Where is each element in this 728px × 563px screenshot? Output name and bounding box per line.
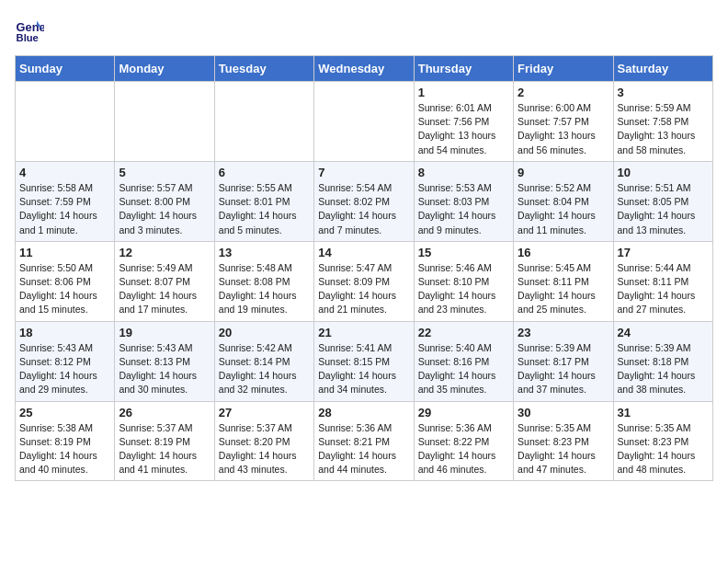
day-info-line: Sunset: 8:01 PM bbox=[219, 195, 310, 209]
calendar-cell: 12Sunrise: 5:49 AMSunset: 8:07 PMDayligh… bbox=[115, 241, 214, 321]
day-info-line: and 47 minutes. bbox=[518, 463, 609, 477]
day-number: 30 bbox=[518, 406, 609, 419]
day-info-line: Sunrise: 5:49 AM bbox=[119, 261, 210, 275]
calendar-cell: 22Sunrise: 5:40 AMSunset: 8:16 PMDayligh… bbox=[414, 321, 513, 401]
calendar-cell: 17Sunrise: 5:44 AMSunset: 8:11 PMDayligh… bbox=[613, 241, 712, 321]
day-info-line: and 17 minutes. bbox=[119, 303, 210, 316]
calendar-cell: 7Sunrise: 5:54 AMSunset: 8:02 PMDaylight… bbox=[314, 161, 414, 241]
day-number: 14 bbox=[318, 246, 409, 259]
day-info: Sunrise: 5:52 AMSunset: 8:04 PMDaylight:… bbox=[518, 181, 609, 237]
calendar-week-1: 1Sunrise: 6:01 AMSunset: 7:56 PMDaylight… bbox=[16, 82, 713, 162]
day-info-line: Daylight: 14 hours bbox=[418, 209, 509, 223]
day-info-line: Sunset: 8:00 PM bbox=[119, 195, 210, 209]
day-info-line: Sunset: 8:03 PM bbox=[418, 195, 509, 209]
day-info-line: Daylight: 14 hours bbox=[219, 369, 310, 383]
day-number: 5 bbox=[119, 166, 210, 179]
day-info-line: Sunset: 8:07 PM bbox=[119, 275, 210, 289]
day-number: 3 bbox=[618, 86, 709, 99]
day-info: Sunrise: 5:58 AMSunset: 7:59 PMDaylight:… bbox=[19, 181, 110, 237]
calendar-body: 1Sunrise: 6:01 AMSunset: 7:56 PMDaylight… bbox=[16, 82, 713, 481]
calendar-table: SundayMondayTuesdayWednesdayThursdayFrid… bbox=[15, 55, 713, 481]
calendar-cell: 15Sunrise: 5:46 AMSunset: 8:10 PMDayligh… bbox=[414, 241, 513, 321]
day-number: 1 bbox=[418, 86, 509, 99]
day-info-line: and 27 minutes. bbox=[618, 303, 709, 316]
day-info: Sunrise: 5:49 AMSunset: 8:07 PMDaylight:… bbox=[119, 261, 210, 317]
day-info-line: and 41 minutes. bbox=[119, 463, 210, 477]
day-info-line: Sunset: 7:59 PM bbox=[19, 195, 110, 209]
day-number: 10 bbox=[618, 166, 709, 179]
day-info: Sunrise: 6:01 AMSunset: 7:56 PMDaylight:… bbox=[418, 101, 509, 157]
day-info-line: Daylight: 13 hours bbox=[618, 129, 709, 143]
day-info-line: Daylight: 14 hours bbox=[219, 449, 310, 463]
day-info-line: Sunrise: 5:37 AM bbox=[119, 421, 210, 435]
day-info-line: Sunset: 8:04 PM bbox=[518, 195, 609, 209]
day-info-line: and 35 minutes. bbox=[418, 383, 509, 396]
day-info: Sunrise: 5:54 AMSunset: 8:02 PMDaylight:… bbox=[318, 181, 409, 237]
day-info-line: Sunset: 8:08 PM bbox=[219, 275, 310, 289]
day-info-line: and 19 minutes. bbox=[219, 303, 310, 316]
day-number: 18 bbox=[19, 326, 110, 339]
day-info-line: Sunrise: 6:00 AM bbox=[518, 101, 609, 115]
day-info-line: Sunset: 8:06 PM bbox=[19, 275, 110, 289]
day-number: 22 bbox=[418, 326, 509, 339]
day-info: Sunrise: 5:48 AMSunset: 8:08 PMDaylight:… bbox=[219, 261, 310, 317]
day-info-line: Sunrise: 5:44 AM bbox=[618, 261, 709, 275]
day-number: 19 bbox=[119, 326, 210, 339]
day-info-line: and 43 minutes. bbox=[219, 463, 310, 477]
day-info-line: Daylight: 14 hours bbox=[518, 369, 609, 383]
day-info-line: Sunset: 8:09 PM bbox=[318, 275, 409, 289]
day-info-line: Sunrise: 5:46 AM bbox=[418, 261, 509, 275]
day-info: Sunrise: 6:00 AMSunset: 7:57 PMDaylight:… bbox=[518, 101, 609, 157]
day-info: Sunrise: 5:43 AMSunset: 8:13 PMDaylight:… bbox=[119, 341, 210, 397]
calendar-cell: 2Sunrise: 6:00 AMSunset: 7:57 PMDaylight… bbox=[514, 82, 613, 162]
day-info-line: Sunset: 8:21 PM bbox=[318, 435, 409, 449]
day-info-line: Sunset: 8:19 PM bbox=[19, 435, 110, 449]
day-info-line: Daylight: 14 hours bbox=[19, 209, 110, 223]
calendar-cell: 11Sunrise: 5:50 AMSunset: 8:06 PMDayligh… bbox=[16, 241, 115, 321]
page-header: General Blue bbox=[15, 15, 713, 44]
day-info: Sunrise: 5:51 AMSunset: 8:05 PMDaylight:… bbox=[618, 181, 709, 237]
day-number: 25 bbox=[19, 406, 110, 419]
day-info-line: Sunrise: 5:38 AM bbox=[19, 421, 110, 435]
day-info-line: Sunrise: 5:54 AM bbox=[318, 181, 409, 195]
day-number: 11 bbox=[19, 246, 110, 259]
day-info-line: Sunset: 8:22 PM bbox=[418, 435, 509, 449]
day-info-line: Sunrise: 5:43 AM bbox=[119, 341, 210, 355]
day-info-line: Daylight: 14 hours bbox=[119, 209, 210, 223]
day-info-line: Sunrise: 5:41 AM bbox=[318, 341, 409, 355]
day-number: 2 bbox=[518, 86, 609, 99]
day-info-line: Sunrise: 5:51 AM bbox=[618, 181, 709, 195]
day-info: Sunrise: 5:46 AMSunset: 8:10 PMDaylight:… bbox=[418, 261, 509, 317]
calendar-cell: 31Sunrise: 5:35 AMSunset: 8:23 PMDayligh… bbox=[613, 401, 712, 481]
day-number: 26 bbox=[119, 406, 210, 419]
day-info-line: Daylight: 14 hours bbox=[318, 449, 409, 463]
day-info-line: Sunrise: 5:57 AM bbox=[119, 181, 210, 195]
day-number: 28 bbox=[318, 406, 409, 419]
day-info: Sunrise: 5:35 AMSunset: 8:23 PMDaylight:… bbox=[518, 421, 609, 477]
day-info-line: Daylight: 13 hours bbox=[518, 129, 609, 143]
day-info-line: and 29 minutes. bbox=[19, 383, 110, 396]
day-number: 7 bbox=[318, 166, 409, 179]
day-info: Sunrise: 5:37 AMSunset: 8:20 PMDaylight:… bbox=[219, 421, 310, 477]
day-info: Sunrise: 5:55 AMSunset: 8:01 PMDaylight:… bbox=[219, 181, 310, 237]
day-info-line: Daylight: 14 hours bbox=[418, 289, 509, 303]
day-info-line: Daylight: 14 hours bbox=[518, 209, 609, 223]
day-info: Sunrise: 5:42 AMSunset: 8:14 PMDaylight:… bbox=[219, 341, 310, 397]
calendar-week-4: 18Sunrise: 5:43 AMSunset: 8:12 PMDayligh… bbox=[16, 321, 713, 401]
day-number: 27 bbox=[219, 406, 310, 419]
day-number: 17 bbox=[618, 246, 709, 259]
day-info-line: and 25 minutes. bbox=[518, 303, 609, 316]
day-info-line: Sunrise: 5:47 AM bbox=[318, 261, 409, 275]
day-info-line: Sunset: 8:12 PM bbox=[19, 355, 110, 369]
calendar-header-row: SundayMondayTuesdayWednesdayThursdayFrid… bbox=[16, 56, 713, 82]
calendar-cell: 21Sunrise: 5:41 AMSunset: 8:15 PMDayligh… bbox=[314, 321, 414, 401]
calendar-cell bbox=[214, 82, 313, 162]
day-info-line: Daylight: 14 hours bbox=[618, 209, 709, 223]
day-header-tuesday: Tuesday bbox=[214, 56, 313, 82]
day-info-line: Sunrise: 6:01 AM bbox=[418, 101, 509, 115]
calendar-cell bbox=[314, 82, 414, 162]
day-info-line: Daylight: 14 hours bbox=[518, 449, 609, 463]
calendar-cell: 30Sunrise: 5:35 AMSunset: 8:23 PMDayligh… bbox=[514, 401, 613, 481]
day-info-line: Sunset: 8:15 PM bbox=[318, 355, 409, 369]
day-info-line: Sunrise: 5:42 AM bbox=[219, 341, 310, 355]
